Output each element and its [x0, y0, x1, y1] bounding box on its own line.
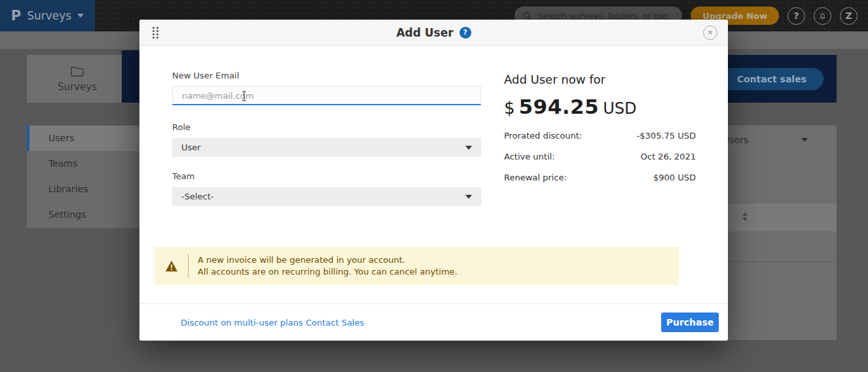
- modal-footer: Discount on multi-user plans Contact Sal…: [139, 303, 728, 341]
- team-label: Team: [172, 171, 481, 181]
- email-field[interactable]: [172, 86, 481, 105]
- row-label: Renewal price:: [504, 173, 567, 182]
- row-value: Oct 26, 2021: [641, 152, 696, 161]
- modal-title: Add User: [396, 26, 453, 39]
- chevron-down-icon: [465, 195, 472, 199]
- warning-line-1: A new invoice will be generated in your …: [198, 254, 458, 266]
- role-select[interactable]: User: [172, 138, 481, 157]
- currency-symbol: $: [504, 98, 515, 118]
- chevron-down-icon: [77, 14, 84, 18]
- tab-surveys[interactable]: Surveys: [27, 55, 128, 103]
- renewal-price-row: Renewal price: $900 USD: [504, 173, 696, 182]
- screen: P Surveys Upgrade Now ?: [0, 0, 868, 372]
- help-button[interactable]: ?: [787, 7, 805, 25]
- amount: 594.25: [519, 95, 600, 118]
- pricing-summary: Add User now for $ 594.25 USD Prorated d…: [504, 71, 696, 206]
- row-value: -$305.75 USD: [637, 131, 696, 141]
- proprofs-logo-icon: P: [11, 8, 21, 24]
- purchase-button[interactable]: Purchase: [661, 313, 719, 332]
- multi-user-discount-link[interactable]: Discount on multi-user plans Contact Sal…: [181, 318, 364, 328]
- product-switcher[interactable]: P Surveys: [0, 0, 95, 31]
- text-cursor-icon: [242, 91, 247, 101]
- question-mark-icon: ?: [793, 10, 799, 21]
- warning-divider: [188, 254, 189, 278]
- notifications-button[interactable]: [814, 7, 831, 25]
- close-icon[interactable]: ✕: [703, 25, 717, 40]
- price-amount: $ 594.25 USD: [504, 95, 696, 118]
- row-value: $900 USD: [653, 173, 696, 182]
- prorated-discount-row: Prorated discount: -$305.75 USD: [504, 131, 696, 141]
- add-user-modal: Add User ? ✕ New User Email Role User: [139, 20, 728, 341]
- invoice-warning: A new invoice will be generated in your …: [154, 247, 679, 285]
- contact-sales-button[interactable]: Contact sales: [720, 68, 823, 90]
- modal-body: New User Email Role User Team -Select-: [139, 46, 728, 206]
- role-value: User: [181, 143, 201, 152]
- avatar[interactable]: Z: [840, 7, 858, 25]
- pricing-heading: Add User now for: [504, 73, 696, 86]
- sort-icon[interactable]: [742, 212, 748, 221]
- chevron-down-icon: [465, 146, 472, 150]
- warning-triangle-icon: [165, 260, 178, 272]
- chevron-down-icon: [801, 138, 808, 142]
- help-icon[interactable]: ?: [460, 27, 471, 39]
- team-select[interactable]: -Select-: [172, 187, 481, 206]
- team-value: -Select-: [181, 192, 214, 201]
- users-filter-dropdown[interactable]: Users: [723, 135, 808, 145]
- active-until-row: Active until: Oct 26, 2021: [504, 152, 696, 161]
- currency-code: USD: [603, 99, 636, 118]
- drag-handle-icon[interactable]: [153, 27, 158, 39]
- bell-icon: [818, 11, 827, 21]
- email-label: New User Email: [172, 71, 481, 80]
- add-user-form: New User Email Role User Team -Select-: [172, 71, 481, 206]
- product-name: Surveys: [27, 9, 71, 22]
- warning-line-2: All accounts are on recurring billing. Y…: [198, 266, 458, 278]
- tab-label: Surveys: [58, 81, 97, 93]
- contact-sales-link[interactable]: Contact Sales: [306, 318, 364, 328]
- folder-icon: [70, 65, 84, 77]
- tab-accent: [122, 50, 139, 55]
- role-label: Role: [172, 122, 481, 132]
- row-label: Prorated discount:: [504, 131, 582, 141]
- discount-text: Discount on multi-user plans: [181, 318, 303, 328]
- modal-header: Add User ? ✕: [139, 20, 728, 46]
- row-label: Active until:: [504, 152, 555, 161]
- avatar-initial: Z: [845, 10, 852, 21]
